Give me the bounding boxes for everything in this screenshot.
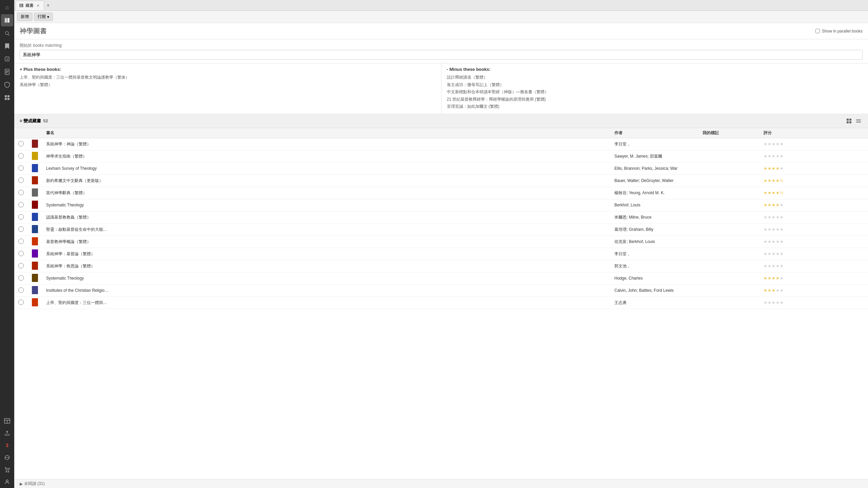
book-rating[interactable]: ★★★★★ (760, 236, 800, 248)
minus-book-2: 靠主成功：撒母耳記上（繁體） (447, 81, 863, 89)
book-title[interactable]: 基督教神學概論（繁體） (42, 236, 610, 248)
parallel-checkbox-input[interactable] (815, 29, 820, 33)
book-title[interactable]: Systematic Theology (42, 272, 610, 284)
book-title[interactable]: Lexham Survey of Theology (42, 162, 610, 175)
book-rating[interactable]: ★★★★★ (760, 284, 800, 297)
book-extra (800, 272, 868, 284)
row-radio[interactable] (18, 190, 24, 195)
results-label: = 變成藏書 (20, 118, 41, 124)
sidebar-icon-bookmark[interactable] (1, 40, 13, 52)
book-title[interactable]: 新約希臘文中文辭典（更新版） (42, 175, 610, 187)
svg-rect-13 (7, 98, 9, 100)
minus-book-5: 至理至誠：如此加爾文 (繁體) (447, 103, 863, 110)
filter-section: 開始於 books matching: (14, 39, 868, 63)
book-title[interactable]: 認識基督教教義（繁體） (42, 211, 610, 223)
col-extra (800, 128, 868, 138)
tab-close-button[interactable]: ✕ (36, 3, 40, 8)
book-author: 王志勇 (610, 297, 698, 309)
book-title[interactable]: 系統神學：基督論（繁體） (42, 248, 610, 260)
book-title[interactable]: 當代神學辭典（繁體） (42, 187, 610, 199)
book-cover-icon (32, 152, 38, 160)
book-rating[interactable]: ★★★★★ (760, 150, 800, 162)
book-author: 米爾恩; Milne, Bruce (610, 211, 698, 223)
book-title[interactable]: 聖靈：啟動基督徒生命中的大能… (42, 223, 610, 236)
row-radio[interactable] (18, 251, 24, 256)
book-rating[interactable]: ★★★★★ (760, 248, 800, 260)
plus-book-1: 上帝、聖約與國度：三位一體與基督教文明論護教學（繁体） (20, 74, 436, 81)
row-radio[interactable] (18, 300, 24, 305)
parallel-label: Show in parallel books (822, 29, 863, 34)
sidebar-icon-check[interactable] (1, 53, 13, 65)
sidebar-icon-export[interactable] (1, 427, 13, 439)
book-notes (698, 162, 760, 175)
sidebar-icon-layout[interactable] (1, 415, 13, 427)
book-cover-icon (32, 140, 38, 148)
sidebar-icon-notification[interactable]: 3 (1, 439, 13, 451)
row-radio[interactable] (18, 226, 24, 232)
svg-rect-1 (6, 18, 7, 23)
footer-label: 未閱讀 (31) (24, 481, 45, 487)
book-cover-icon (32, 286, 38, 294)
book-rating[interactable]: ★★★★★ (760, 272, 800, 284)
row-radio[interactable] (18, 275, 24, 281)
book-rating[interactable]: ★★★★★ (760, 138, 800, 150)
row-radio[interactable] (18, 165, 24, 171)
table-row: Institutes of the Christian Religio…Calv… (14, 284, 868, 297)
book-notes (698, 260, 760, 272)
add-button[interactable]: 新增 (17, 13, 33, 21)
footer-expand-button[interactable]: ▶ 未閱讀 (31) (20, 481, 45, 487)
row-radio[interactable] (18, 239, 24, 244)
svg-rect-22 (21, 4, 22, 7)
book-rating[interactable]: ★★★★★ (760, 162, 800, 175)
book-rating[interactable]: ★★★★★ (760, 223, 800, 236)
book-notes (698, 199, 760, 211)
book-rating[interactable]: ★★★★★ (760, 297, 800, 309)
grid-view-button[interactable] (845, 117, 853, 125)
row-radio[interactable] (18, 153, 24, 159)
list-view-button[interactable] (854, 117, 863, 125)
row-radio[interactable] (18, 141, 24, 146)
book-title[interactable]: Institutes of the Christian Religio… (42, 284, 610, 297)
book-title[interactable]: Systematic Theology (42, 199, 610, 211)
book-title[interactable]: 神學求生指南（繁體） (42, 150, 610, 162)
book-rating[interactable]: ★★★★★ (760, 199, 800, 211)
plus-book-2: 系統神學（繁體） (20, 81, 436, 89)
sidebar-icon-grid[interactable] (1, 92, 13, 104)
book-title[interactable]: 系統神學：救恩論（繁體） (42, 260, 610, 272)
row-radio[interactable] (18, 287, 24, 293)
book-rating[interactable]: ★★★★½ (760, 187, 800, 199)
table-row: 基督教神學概論（繁體）伯克富; Berkhof, Louis★★★★★ (14, 236, 868, 248)
col-notes: 我的標記 (698, 128, 760, 138)
row-radio[interactable] (18, 178, 24, 183)
row-radio[interactable] (18, 214, 24, 220)
parallel-checkbox-label[interactable]: Show in parallel books (815, 29, 863, 34)
book-rating[interactable]: ★★★★½ (760, 175, 800, 187)
book-rating[interactable]: ★★★★★ (760, 211, 800, 223)
svg-rect-11 (7, 95, 9, 97)
sidebar-icon-sync[interactable] (1, 451, 13, 464)
row-radio[interactable] (18, 202, 24, 207)
table-row: 認識基督教教義（繁體）米爾恩; Milne, Bruce★★★★★ (14, 211, 868, 223)
sidebar-icon-library[interactable] (1, 14, 13, 26)
results-count: 52 (43, 118, 48, 123)
sidebar-icon-document[interactable] (1, 66, 13, 78)
book-rating[interactable]: ★★★★★ (760, 260, 800, 272)
minus-book-4: 21 世紀基督教釋經學：釋經學螺旋的原理與應用 (繁體) (447, 96, 863, 103)
view-icons (845, 117, 863, 125)
sidebar-icon-shield[interactable] (1, 79, 13, 91)
book-extra (800, 187, 868, 199)
sidebar-icon-home[interactable]: ⌂ (1, 1, 13, 14)
sidebar-icon-user[interactable] (1, 476, 13, 488)
book-title[interactable]: 上帝、聖約與國度：三位一體與… (42, 297, 610, 309)
book-notes (698, 187, 760, 199)
book-title[interactable]: 系統神學：神論（繁體） (42, 138, 610, 150)
tab-add-button[interactable]: + (44, 1, 52, 9)
open-button[interactable]: 打開 ▾ (34, 13, 53, 21)
book-notes (698, 236, 760, 248)
filter-input[interactable] (20, 50, 863, 60)
sidebar-icon-search[interactable] (1, 27, 13, 39)
row-radio[interactable] (18, 263, 24, 268)
tab-library[interactable]: 藏書 ✕ (16, 1, 44, 10)
sidebar-icon-cart[interactable] (1, 464, 13, 476)
sidebar: ⌂ 3 (0, 0, 14, 488)
